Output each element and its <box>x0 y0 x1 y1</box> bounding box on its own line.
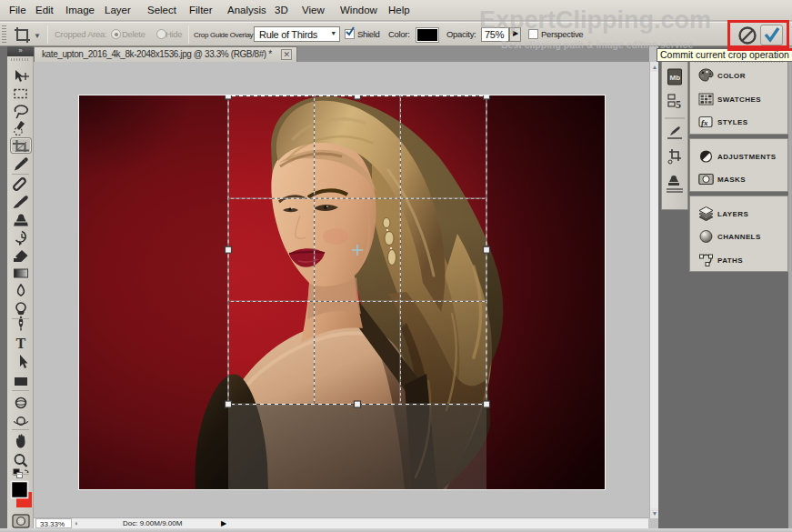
svg-text:5: 5 <box>676 98 681 111</box>
svg-text:T: T <box>16 336 26 351</box>
svg-text:fx: fx <box>701 118 708 127</box>
svg-text:Mb: Mb <box>670 74 681 82</box>
